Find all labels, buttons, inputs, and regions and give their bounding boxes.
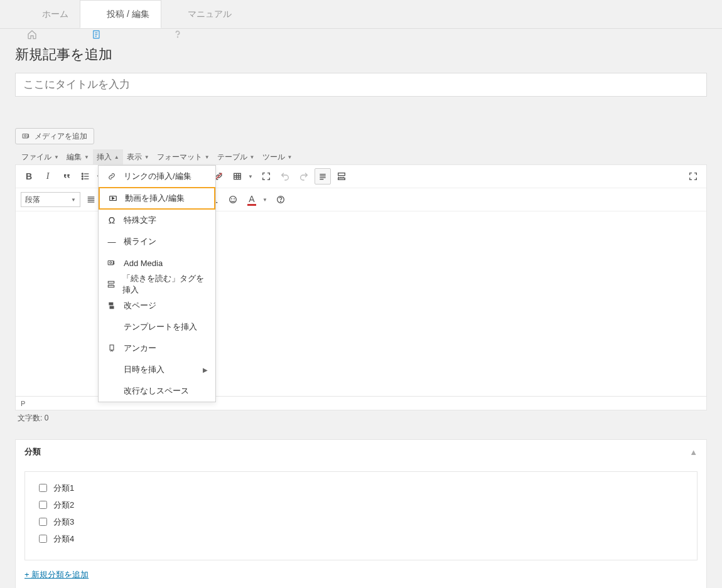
camera-music-icon <box>22 132 31 141</box>
svg-point-8 <box>82 173 83 174</box>
bold-button[interactable]: B <box>21 168 37 184</box>
dropdown-add-media[interactable]: Add Media <box>99 252 215 274</box>
tab-post[interactable]: 投稿 / 編集 <box>80 0 161 28</box>
align-justify-button[interactable] <box>83 191 99 208</box>
svg-rect-68 <box>108 281 114 283</box>
dropdown-anchor[interactable]: アンカー <box>99 338 215 359</box>
svg-point-63 <box>281 201 281 202</box>
editor-toolbar-area: B I ▼ 123 ▼ <box>15 164 707 211</box>
chevron-down-icon: ▼ <box>205 154 210 160</box>
help-icon <box>173 9 183 19</box>
expand-button[interactable] <box>258 168 274 184</box>
insert-dropdown: リンクの挿入/編集 動画を挿入/編集 Ω 特殊文字 — 横ライン Add Med… <box>98 165 216 402</box>
svg-point-4 <box>177 36 178 37</box>
category-checkbox[interactable] <box>39 484 47 492</box>
dropdown-video[interactable]: 動画を挿入/編集 <box>99 187 215 210</box>
table-button[interactable] <box>229 168 245 184</box>
char-count: 文字数: 0 <box>15 410 707 424</box>
dropdown-hr[interactable]: — 横ライン <box>99 231 215 252</box>
svg-point-66 <box>110 262 112 264</box>
svg-point-7 <box>28 136 29 137</box>
add-media-label: メディアを追加 <box>35 131 87 142</box>
home-icon <box>27 9 37 19</box>
category-list: 分類1 分類2 分類3 分類4 <box>24 471 698 560</box>
svg-rect-73 <box>110 345 114 350</box>
category-checkbox[interactable] <box>39 501 47 509</box>
menu-file[interactable]: ファイル▼ <box>18 149 63 165</box>
readmore-button[interactable] <box>333 168 350 184</box>
add-category-link[interactable]: + 新規分類を追加 <box>24 569 89 580</box>
dropdown-template[interactable]: テンプレートを挿入 <box>99 316 215 338</box>
post-title-input[interactable] <box>15 73 707 97</box>
chevron-down-icon: ▼ <box>84 154 89 160</box>
svg-rect-33 <box>234 173 241 179</box>
chevron-down-icon: ▼ <box>288 154 293 160</box>
chevron-down-icon: ▼ <box>250 154 255 160</box>
menu-table[interactable]: テーブル▼ <box>213 149 259 165</box>
dropdown-pagebreak[interactable]: 改ページ <box>99 295 215 316</box>
italic-button[interactable]: I <box>40 168 56 184</box>
svg-point-61 <box>234 198 235 199</box>
category-item[interactable]: 分類1 <box>36 479 686 496</box>
chevron-down-icon: ▼ <box>71 197 76 203</box>
fullscreen-button[interactable] <box>685 168 701 184</box>
tab-post-label: 投稿 / 編集 <box>107 9 149 20</box>
dropdown-readmore[interactable]: 「続きを読む」タグを挿入 <box>99 274 215 295</box>
svg-rect-71 <box>109 302 113 306</box>
add-media-button[interactable]: メディアを追加 <box>15 128 94 144</box>
svg-point-10 <box>82 176 83 177</box>
chevron-down-icon: ▼ <box>54 154 59 160</box>
paragraph-select[interactable]: 段落 ▼ <box>21 192 80 207</box>
anchor-icon <box>106 344 117 353</box>
preformatted-button[interactable] <box>315 168 331 184</box>
menu-insert[interactable]: 挿入▲ <box>93 149 123 165</box>
bullet-list-button[interactable] <box>77 168 94 184</box>
dropdown-link[interactable]: リンクの挿入/編集 <box>99 166 215 187</box>
dropdown-nbsp[interactable]: 改行なしスペース <box>99 380 215 402</box>
editor-menubar: ファイル▼ 編集▼ 挿入▲ 表示▼ フォーマット▼ テーブル▼ ツール▼ <box>15 149 707 164</box>
tab-home[interactable]: ホーム <box>16 0 80 28</box>
category-item[interactable]: 分類3 <box>36 513 686 530</box>
tab-manual-label: マニュアル <box>188 9 232 20</box>
omega-icon: Ω <box>106 215 117 225</box>
chevron-down-icon[interactable]: ▼ <box>261 197 269 203</box>
page-title: 新規記事を追加 <box>0 29 722 73</box>
svg-rect-70 <box>108 286 114 287</box>
svg-rect-72 <box>110 306 114 309</box>
category-checkbox[interactable] <box>39 535 47 543</box>
help-button[interactable] <box>272 191 289 208</box>
menu-format[interactable]: フォーマット▼ <box>153 149 213 165</box>
undo-button[interactable] <box>277 168 293 184</box>
video-icon <box>107 194 119 203</box>
chevron-right-icon: ▶ <box>203 366 208 373</box>
chevron-up-icon: ▲ <box>689 447 698 457</box>
text-color-button[interactable]: A <box>244 191 260 208</box>
menu-tool[interactable]: ツール▼ <box>259 149 296 165</box>
svg-rect-42 <box>338 173 345 176</box>
read-more-icon <box>106 280 116 289</box>
svg-point-12 <box>82 178 83 179</box>
horizontal-rule-icon: — <box>106 237 117 247</box>
tab-manual[interactable]: マニュアル <box>161 0 243 28</box>
top-tabs: ホーム 投稿 / 編集 マニュアル <box>0 0 722 29</box>
tab-home-label: ホーム <box>42 9 68 20</box>
link-icon <box>106 172 117 181</box>
menu-edit[interactable]: 編集▼ <box>63 149 93 165</box>
svg-rect-44 <box>338 178 345 180</box>
redo-button[interactable] <box>296 168 312 184</box>
svg-point-67 <box>113 263 114 264</box>
menu-view[interactable]: 表示▼ <box>123 149 153 165</box>
blockquote-button[interactable] <box>58 168 75 184</box>
post-icon <box>92 9 102 19</box>
category-header[interactable]: 分類 ▲ <box>16 440 706 464</box>
dropdown-special-char[interactable]: Ω 特殊文字 <box>99 210 215 231</box>
chevron-down-icon[interactable]: ▼ <box>247 174 254 179</box>
category-item[interactable]: 分類2 <box>36 496 686 513</box>
pagebreak-icon <box>106 301 117 310</box>
chevron-down-icon: ▼ <box>144 154 149 160</box>
emoji-button[interactable] <box>225 191 241 208</box>
chevron-up-icon: ▲ <box>114 154 119 160</box>
category-item[interactable]: 分類4 <box>36 530 686 547</box>
dropdown-datetime[interactable]: 日時を挿入 ▶ <box>99 359 215 380</box>
category-checkbox[interactable] <box>39 518 47 526</box>
